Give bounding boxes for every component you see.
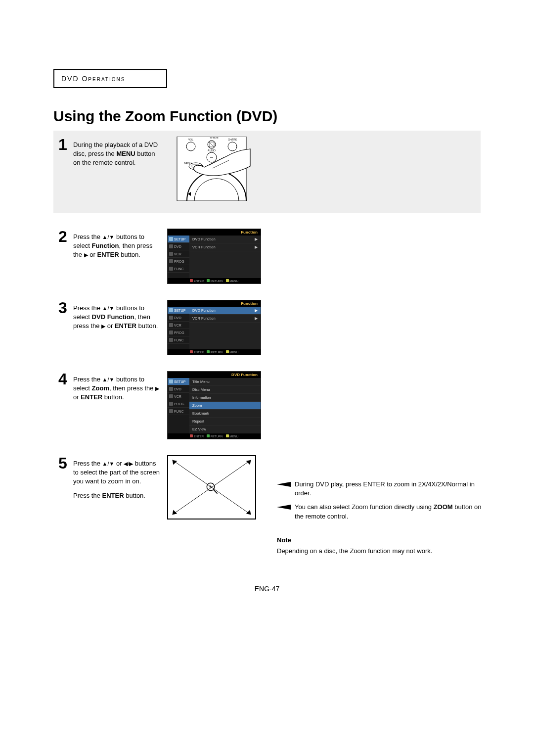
- osd-item: VCR Function▶: [189, 315, 261, 323]
- side-notes: During DVD play, press ENTER to zoom in …: [277, 480, 485, 556]
- osd-item: Title Menu: [189, 378, 261, 386]
- note-bullet: During DVD play, press ENTER to zoom in …: [277, 480, 485, 498]
- osd-menu: Function SETUP DVD VCR PROG FUNC DVD Fun…: [167, 300, 261, 355]
- svg-text:MENU: MENU: [184, 162, 192, 165]
- osd-side-prog: PROG: [168, 329, 189, 336]
- osd-item: DVD Function▶: [189, 236, 261, 243]
- osd-menu: DVD Function SETUP DVD VCR PROG FUNC Tit…: [167, 371, 261, 439]
- osd-header: DVD Function: [168, 372, 261, 378]
- osd-main: DVD Function▶ VCR Function▶: [189, 307, 261, 349]
- osd-side-prog: PROG: [168, 400, 189, 408]
- osd-side-setup: SETUP: [168, 307, 189, 314]
- osd-sidebar: SETUP DVD VCR PROG FUNC: [168, 236, 189, 278]
- osd-figure: DVD Function SETUP DVD VCR PROG FUNC Tit…: [167, 371, 261, 439]
- step-number: 1: [58, 137, 73, 152]
- osd-header: Function: [168, 229, 261, 236]
- left-right-icon: ◀/▶: [124, 460, 133, 468]
- osd-footer: ENTER RETURN MENU: [168, 278, 261, 284]
- osd-item: EZ View: [189, 425, 261, 433]
- osd-footer: ENTER RETURN MENU: [168, 349, 261, 355]
- svg-marker-21: [173, 510, 178, 515]
- zoom-figure: [167, 455, 261, 520]
- osd-footer: ENTER RETURN MENU: [168, 433, 261, 439]
- left-pointer-icon: [277, 482, 291, 487]
- up-down-icon: ▲/▼: [102, 460, 115, 468]
- step-number: 3: [58, 300, 73, 316]
- step-4: 4 Press the ▲/▼ buttons to select Zoom, …: [53, 365, 481, 449]
- osd-side-dvd: DVD: [168, 314, 189, 322]
- step-text: Press the ▲/▼ buttons to select Function…: [73, 229, 167, 260]
- osd-side-func: FUNC: [168, 336, 189, 344]
- section-label-box: DVD Operations: [53, 69, 167, 88]
- step-3: 3 Press the ▲/▼ buttons to select DVD Fu…: [53, 294, 481, 365]
- osd-side-prog: PROG: [168, 258, 189, 265]
- left-pointer-icon: [277, 505, 291, 510]
- up-down-icon: ▲/▼: [102, 234, 115, 241]
- osd-figure: Function SETUP DVD VCR PROG FUNC DVD Fun…: [167, 300, 261, 355]
- svg-line-24: [214, 490, 218, 494]
- section-label: DVD Operations: [61, 75, 125, 83]
- osd-header: Function: [168, 300, 261, 307]
- svg-text:TV MUTE: TV MUTE: [210, 137, 219, 139]
- osd-side-dvd: DVD: [168, 243, 189, 250]
- step-2: 2 Press the ▲/▼ buttons to select Functi…: [53, 223, 481, 294]
- osd-side-setup: SETUP: [168, 236, 189, 243]
- note-bullet: You can also select Zoom function direct…: [277, 503, 485, 520]
- up-down-icon: ▲/▼: [102, 376, 115, 383]
- osd-side-vcr: VCR: [168, 322, 189, 329]
- steps-list: 1 During the playback of a DVD disc, pre…: [53, 131, 481, 529]
- svg-text:AUDIO: AUDIO: [208, 149, 216, 152]
- osd-side-func: FUNC: [168, 265, 189, 273]
- step-number: 2: [58, 229, 73, 244]
- osd-side-func: FUNC: [168, 408, 189, 415]
- remote-illustration: VOL TV MUTE CH/TRK AUDIO MENU: [167, 137, 256, 201]
- step-1: 1 During the playback of a DVD disc, pre…: [53, 131, 481, 213]
- osd-side-vcr: VCR: [168, 250, 189, 258]
- step-number: 4: [58, 371, 73, 387]
- note-body: Depending on a disc, the Zoom function m…: [277, 547, 485, 556]
- right-icon: ▶: [155, 385, 159, 392]
- step-text: Press the ▲/▼ buttons to select Zoom, th…: [73, 371, 167, 402]
- right-icon: ▶: [84, 251, 88, 259]
- svg-marker-22: [246, 510, 251, 515]
- svg-marker-20: [246, 460, 251, 465]
- svg-text:VOL: VOL: [188, 138, 193, 141]
- page-title: Using the Zoom Function (DVD): [53, 108, 481, 125]
- osd-side-dvd: DVD: [168, 385, 189, 393]
- osd-sidebar: SETUP DVD VCR PROG FUNC: [168, 378, 189, 433]
- osd-item: Bookmark: [189, 410, 261, 418]
- osd-sidebar: SETUP DVD VCR PROG FUNC: [168, 307, 189, 349]
- step-text: Press the ▲/▼ or ◀/▶ buttons to select t…: [73, 455, 167, 500]
- right-icon: ▶: [101, 323, 105, 330]
- page-number: ENG-47: [0, 585, 534, 593]
- osd-main: Title Menu Disc Menu Information Zoom Bo…: [189, 378, 261, 433]
- svg-point-7: [228, 142, 237, 151]
- step-text: During the playback of a DVD disc, press…: [73, 137, 167, 168]
- osd-item: Information: [189, 394, 261, 402]
- manual-page: DVD Operations Using the Zoom Function (…: [0, 0, 534, 756]
- osd-side-vcr: VCR: [168, 393, 189, 400]
- osd-item: DVD Function▶: [189, 307, 261, 315]
- up-down-icon: ▲/▼: [102, 305, 115, 312]
- note-heading: Note: [277, 536, 485, 545]
- svg-marker-19: [173, 460, 178, 465]
- osd-side-setup: SETUP: [168, 378, 189, 385]
- remote-figure: VOL TV MUTE CH/TRK AUDIO MENU: [167, 137, 261, 203]
- osd-item: Zoom: [189, 402, 261, 410]
- osd-main: DVD Function▶ VCR Function▶: [189, 236, 261, 278]
- osd-menu: Function SETUP DVD VCR PROG FUNC DVD Fun…: [167, 229, 261, 284]
- osd-item: Repeat: [189, 418, 261, 425]
- osd-figure: Function SETUP DVD VCR PROG FUNC DVD Fun…: [167, 229, 261, 284]
- osd-item: VCR Function▶: [189, 243, 261, 251]
- step-number: 5: [58, 455, 73, 471]
- svg-point-1: [186, 142, 195, 151]
- step-text: Press the ▲/▼ buttons to select DVD Func…: [73, 300, 167, 331]
- zoom-diagram: [167, 455, 256, 520]
- svg-text:CH/TRK: CH/TRK: [228, 138, 237, 141]
- osd-item: Disc Menu: [189, 386, 261, 394]
